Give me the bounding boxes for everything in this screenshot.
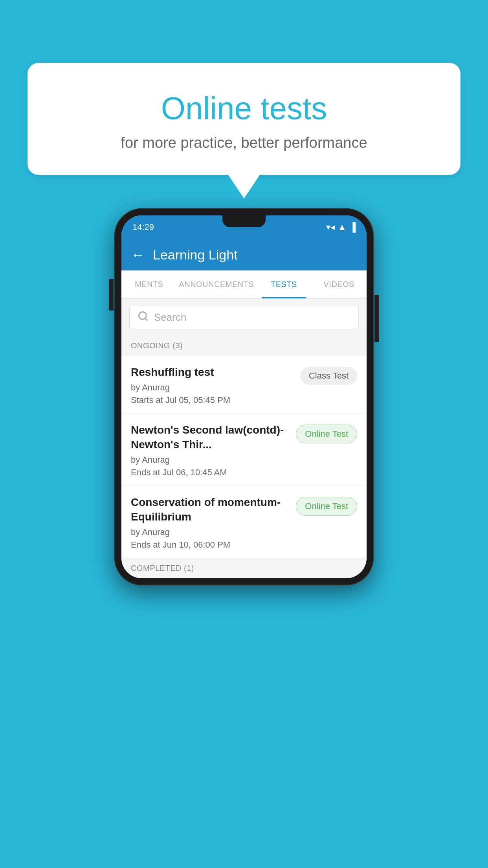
test-info: Conservation of momentum-Equilibrium by …: [131, 495, 296, 550]
status-bar: 14:29 ▾◂ ▲ ▐: [121, 215, 367, 239]
search-icon: [138, 311, 149, 324]
test-author: by Anurag: [131, 455, 290, 465]
app-header: ← Learning Light: [121, 239, 367, 270]
battery-icon: ▐: [349, 222, 356, 232]
test-list: Reshuffling test by Anurag Starts at Jul…: [121, 356, 367, 558]
tab-videos[interactable]: VIDEOS: [312, 270, 367, 298]
phone-screen: 14:29 ▾◂ ▲ ▐ ← Learning Light MENTS ANNO…: [121, 215, 367, 578]
test-author: by Anurag: [131, 527, 290, 537]
test-badge: Online Test: [296, 425, 357, 443]
test-info: Reshuffling test by Anurag Starts at Jul…: [131, 365, 300, 405]
test-time: Ends at Jul 06, 10:45 AM: [131, 467, 290, 478]
speech-bubble-title: Online tests: [51, 90, 437, 127]
app-title: Learning Light: [153, 247, 238, 263]
phone-mockup: 14:29 ▾◂ ▲ ▐ ← Learning Light MENTS ANNO…: [114, 208, 374, 585]
test-time: Starts at Jul 05, 05:45 PM: [131, 395, 294, 405]
status-icons: ▾◂ ▲ ▐: [326, 222, 356, 232]
tab-announcements[interactable]: ANNOUNCEMENTS: [176, 270, 256, 298]
signal-icon: ▲: [338, 222, 347, 232]
search-placeholder: Search: [154, 311, 186, 324]
wifi-icon: ▾◂: [326, 222, 335, 232]
speech-bubble-subtitle: for more practice, better performance: [51, 134, 437, 151]
speech-bubble: Online tests for more practice, better p…: [28, 63, 460, 175]
test-item[interactable]: Newton's Second law(contd)-Newton's Thir…: [121, 414, 367, 486]
test-item[interactable]: Reshuffling test by Anurag Starts at Jul…: [121, 356, 367, 414]
test-info: Newton's Second law(contd)-Newton's Thir…: [131, 423, 296, 478]
search-box[interactable]: Search: [129, 305, 359, 329]
ongoing-section-header: ONGOING (3): [121, 336, 367, 356]
speech-bubble-tail: [228, 175, 260, 199]
test-author: by Anurag: [131, 383, 294, 393]
tab-ments[interactable]: MENTS: [121, 270, 176, 298]
tab-tests[interactable]: TESTS: [256, 270, 311, 298]
svg-line-1: [145, 318, 147, 320]
notch: [222, 215, 266, 227]
test-time: Ends at Jun 10, 06:00 PM: [131, 540, 290, 550]
status-time: 14:29: [132, 222, 154, 232]
back-button[interactable]: ←: [131, 246, 145, 263]
test-badge: Online Test: [296, 497, 357, 516]
test-name: Newton's Second law(contd)-Newton's Thir…: [131, 423, 290, 452]
tabs-bar: MENTS ANNOUNCEMENTS TESTS VIDEOS: [121, 270, 367, 299]
speech-bubble-container: Online tests for more practice, better p…: [28, 63, 460, 199]
completed-section-header: COMPLETED (1): [121, 558, 367, 578]
test-name: Conservation of momentum-Equilibrium: [131, 495, 290, 524]
phone-outer: 14:29 ▾◂ ▲ ▐ ← Learning Light MENTS ANNO…: [114, 208, 374, 585]
test-badge: Class Test: [300, 367, 357, 385]
search-container: Search: [121, 299, 367, 336]
ongoing-section-title: ONGOING (3): [131, 341, 183, 350]
completed-section-title: COMPLETED (1): [131, 564, 194, 572]
test-name: Reshuffling test: [131, 365, 294, 379]
test-item[interactable]: Conservation of momentum-Equilibrium by …: [121, 486, 367, 558]
